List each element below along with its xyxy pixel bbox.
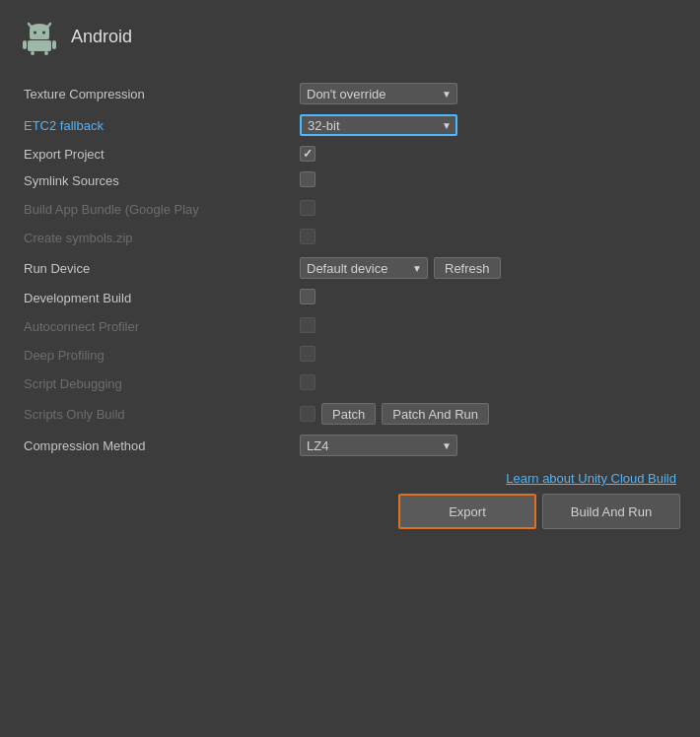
scripts-only-build-row: Scripts Only Build Patch Patch And Run <box>20 398 680 430</box>
autoconnect-profiler-row: Autoconnect Profiler <box>20 312 680 341</box>
run-device-control: Default device ▼ Refresh <box>296 252 680 284</box>
compression-method-dropdown-wrapper: LZ4 LZ4HC None ▼ <box>300 435 457 456</box>
export-project-row: Export Project <box>20 141 680 167</box>
cloud-build-link[interactable]: Learn about Unity Cloud Build <box>20 471 680 486</box>
bottom-buttons: Export Build And Run <box>20 494 680 529</box>
run-device-label: Run Device <box>20 252 296 284</box>
development-build-control <box>296 284 680 312</box>
svg-point-2 <box>34 32 36 34</box>
autoconnect-profiler-control <box>296 312 680 341</box>
run-device-row: Run Device Default device ▼ Refresh <box>20 252 680 284</box>
compression-method-control: LZ4 LZ4HC None ▼ <box>296 430 680 461</box>
svg-rect-6 <box>52 40 56 49</box>
scripts-only-build-checkbox[interactable] <box>300 406 315 422</box>
symlink-sources-control <box>296 167 680 195</box>
deep-profiling-row: Deep Profiling <box>20 341 680 369</box>
build-app-bundle-control <box>296 195 680 224</box>
scripts-only-build-label: Scripts Only Build <box>20 398 296 430</box>
export-project-control <box>296 141 680 167</box>
build-app-bundle-checkbox[interactable] <box>300 200 315 216</box>
svg-rect-5 <box>23 40 27 49</box>
build-app-bundle-row: Build App Bundle (Google Play <box>20 195 680 224</box>
run-device-select-wrapper: Default device ▼ <box>300 257 428 279</box>
texture-compression-row: Texture Compression Don't override ETC E… <box>20 78 680 109</box>
panel-title: Android <box>71 27 132 47</box>
compression-method-row: Compression Method LZ4 LZ4HC None ▼ <box>20 430 680 461</box>
texture-compression-dropdown-wrapper: Don't override ETC ETC2 ASTC ▼ <box>300 83 457 104</box>
texture-compression-control: Don't override ETC ETC2 ASTC ▼ <box>296 78 680 109</box>
etc2-fallback-row: ETC2 fallback 32-bit 16-bit 32-bit (down… <box>20 109 680 141</box>
export-project-label: Export Project <box>20 141 296 167</box>
footer: Learn about Unity Cloud Build Export Bui… <box>20 471 680 529</box>
svg-rect-7 <box>31 51 35 55</box>
deep-profiling-control <box>296 341 680 369</box>
scripts-only-build-control: Patch Patch And Run <box>296 398 680 430</box>
settings-form: Texture Compression Don't override ETC E… <box>20 78 680 461</box>
android-panel: Android Texture Compression Don't overri… <box>0 0 700 549</box>
export-button[interactable]: Export <box>398 494 536 529</box>
svg-rect-4 <box>28 40 51 51</box>
script-debugging-label: Script Debugging <box>20 369 296 398</box>
build-and-run-button[interactable]: Build And Run <box>542 494 680 529</box>
android-icon <box>20 16 59 58</box>
deep-profiling-label: Deep Profiling <box>20 341 296 369</box>
development-build-label: Development Build <box>20 284 296 312</box>
export-project-checkbox[interactable] <box>300 146 315 162</box>
symlink-sources-checkbox[interactable] <box>300 171 315 187</box>
symlink-sources-label: Symlink Sources <box>20 167 296 195</box>
run-device-controls: Default device ▼ Refresh <box>300 257 676 279</box>
create-symbols-control <box>296 224 680 252</box>
build-app-bundle-label: Build App Bundle (Google Play <box>20 195 296 224</box>
create-symbols-row: Create symbols.zip <box>20 224 680 252</box>
svg-point-3 <box>42 32 45 34</box>
texture-compression-select[interactable]: Don't override ETC ETC2 ASTC <box>300 83 457 104</box>
refresh-button[interactable]: Refresh <box>434 257 501 279</box>
deep-profiling-checkbox[interactable] <box>300 346 315 362</box>
etc2-fallback-label[interactable]: ETC2 fallback <box>20 109 296 141</box>
script-debugging-row: Script Debugging <box>20 369 680 398</box>
script-debugging-control <box>296 369 680 398</box>
create-symbols-checkbox[interactable] <box>300 229 315 244</box>
create-symbols-label: Create symbols.zip <box>20 224 296 252</box>
etc2-fallback-dropdown-wrapper: 32-bit 16-bit 32-bit (downsampled) ▼ <box>300 114 457 136</box>
texture-compression-label: Texture Compression <box>20 78 296 109</box>
patch-button[interactable]: Patch <box>321 403 376 425</box>
development-build-checkbox[interactable] <box>300 289 315 304</box>
autoconnect-profiler-label: Autoconnect Profiler <box>20 312 296 341</box>
script-debugging-checkbox[interactable] <box>300 374 315 390</box>
etc2-fallback-select[interactable]: 32-bit 16-bit 32-bit (downsampled) <box>300 114 457 136</box>
patch-and-run-button[interactable]: Patch And Run <box>382 403 489 425</box>
compression-method-select[interactable]: LZ4 LZ4HC None <box>300 435 457 456</box>
run-device-select[interactable]: Default device <box>300 257 428 279</box>
panel-header: Android <box>20 16 680 58</box>
scripts-only-controls: Patch Patch And Run <box>300 403 676 425</box>
svg-rect-8 <box>44 51 48 55</box>
symlink-sources-row: Symlink Sources <box>20 167 680 195</box>
development-build-row: Development Build <box>20 284 680 312</box>
etc2-fallback-control: 32-bit 16-bit 32-bit (downsampled) ▼ <box>296 109 680 141</box>
autoconnect-profiler-checkbox[interactable] <box>300 317 315 333</box>
compression-method-label: Compression Method <box>20 430 296 461</box>
